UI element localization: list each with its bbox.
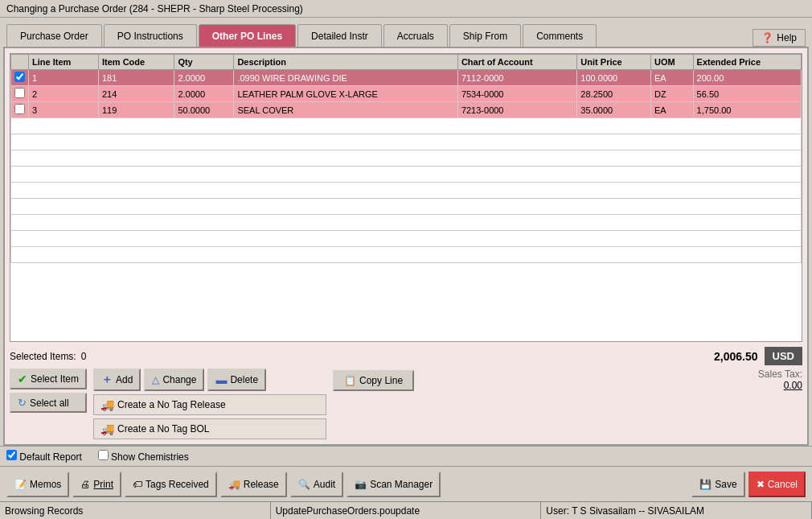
row-uom: DZ [650,86,693,102]
table-row-empty [11,167,802,183]
tab-detailed-instr[interactable]: Detailed Instr [297,24,382,47]
table-row[interactable]: 1 181 2.0000 .0990 WIRE DRAWING DIE 7112… [11,70,802,86]
bottom-toolbar: 📝 Memos 🖨 Print 🏷 Tags Received 🚚 Releas… [0,466,812,501]
table-row-empty [11,247,802,263]
scan-icon: 📷 [355,479,367,490]
show-chemistries-check[interactable]: Show Chemistries [98,450,189,463]
row-qty: 2.0000 [174,86,234,102]
change-button[interactable]: △ Change [144,369,204,391]
truck-icon: 🚚 [100,398,114,411]
col-checkbox [11,55,29,70]
memos-icon: 📝 [14,479,27,490]
tab-comments[interactable]: Comments [523,24,597,47]
row-unit-price: 28.2500 [577,86,651,102]
cancel-button[interactable]: ✖ Cancel [748,472,806,497]
col-line-item: Line Item [29,55,99,70]
currency-badge: USD [765,347,802,365]
status-left: Browsing Records [0,502,271,519]
title-bar: Changing a Purchase Order (284 - SHEPR -… [0,0,812,18]
row-checkbox[interactable] [11,102,29,118]
sales-tax-label: Sales Tax: [758,369,802,380]
scan-manager-button[interactable]: 📷 Scan Manager [347,472,441,497]
default-report-checkbox[interactable] [6,450,17,460]
tab-purchase-order[interactable]: Purchase Order [6,24,102,47]
buttons-row: ✔ Select Item ↻ Select all ＋ Add [10,369,802,439]
help-icon: ❓ [761,32,773,43]
status-bar: Browsing Records UpdatePurchaseOrders.po… [0,501,812,519]
table-row-empty [11,150,802,167]
col-item-code: Item Code [98,55,174,70]
col-description: Description [234,55,457,70]
po-lines-table: Line Item Item Code Qty Description Char… [10,54,802,263]
delete-button[interactable]: ▬ Delete [207,369,266,391]
right-info: Sales Tax: 0.00 [758,369,802,391]
tag-icon: 🏷 [133,479,142,490]
row-checkbox[interactable] [11,86,29,102]
create-no-tag-bol-button[interactable]: 🚚 Create a No Tag BOL [93,418,326,439]
sales-tax-section: Sales Tax: 0.00 [758,369,802,391]
selected-items-count: 0 [81,351,87,362]
selected-items-row: Selected Items: 0 2,006.50 USD [10,347,802,365]
add-button[interactable]: ＋ Add [93,369,141,391]
row-checkbox[interactable] [11,70,29,86]
row-description: .0990 WIRE DRAWING DIE [234,70,457,86]
row-item-code: 214 [98,86,174,102]
status-right: User: T S Sivasailam -- SIVASAILAM [541,502,812,519]
table-row-empty [11,118,802,134]
create-no-tag-release-button[interactable]: 🚚 Create a No Tag Release [93,394,326,415]
tab-accruals[interactable]: Accruals [383,24,448,47]
truck-icon-bol: 🚚 [100,422,114,435]
top-center-buttons: ＋ Add △ Change ▬ Delete [93,369,326,391]
table-row[interactable]: 2 214 2.0000 LEATHER PALM GLOVE X-LARGE … [11,86,802,102]
tab-po-instructions[interactable]: PO Instructions [104,24,197,47]
tab-other-po-lines[interactable]: Other PO Lines [199,24,296,47]
release-button[interactable]: 🚚 Release [220,472,287,497]
refresh-icon: ↻ [18,397,27,409]
change-icon: △ [152,374,159,385]
center-buttons: ＋ Add △ Change ▬ Delete 🚚 [93,369,326,439]
minus-icon: ▬ [215,373,227,386]
tab-bar: Purchase Order PO Instructions Other PO … [0,18,812,47]
row-unit-price: 100.0000 [577,70,651,86]
audit-button[interactable]: 🔍 Audit [290,472,343,497]
release-icon: 🚚 [228,479,240,490]
row-line-item: 2 [29,86,99,102]
tags-received-button[interactable]: 🏷 Tags Received [125,472,217,497]
select-all-button[interactable]: ↻ Select all [10,393,87,413]
col-extended-price: Extended Price [693,55,801,70]
table-row-empty [11,183,802,199]
audit-icon: 🔍 [298,479,310,490]
copy-line-button[interactable]: 📋 Copy Line [333,370,414,391]
select-item-button[interactable]: ✔ Select Item [10,369,87,389]
row-chart-of-account: 7112-0000 [457,70,576,86]
printer-icon: 🖨 [80,479,90,490]
row-chart-of-account: 7213-0000 [457,102,576,118]
col-qty: Qty [174,55,234,70]
help-button[interactable]: ❓ Help [753,29,806,47]
copy-icon: 📋 [344,375,356,386]
table-row[interactable]: 3 119 50.0000 SEAL COVER 7213-0000 35.00… [11,102,802,118]
memos-button[interactable]: 📝 Memos [6,472,69,497]
sales-tax-value: 0.00 [784,380,802,391]
col-uom: UOM [650,55,693,70]
save-button[interactable]: 💾 Save [691,472,744,497]
total-amount: 2,006.50 [714,350,758,363]
table-row-empty [11,134,802,150]
row-ext-price: 56.50 [693,86,801,102]
row-qty: 50.0000 [174,102,234,118]
save-icon: 💾 [699,479,712,490]
row-uom: EA [650,102,693,118]
show-chemistries-checkbox[interactable] [98,450,109,460]
tab-ship-from[interactable]: Ship From [449,24,521,47]
table-container: Line Item Item Code Qty Description Char… [10,53,802,342]
row-qty: 2.0000 [174,70,234,86]
row-line-item: 1 [29,70,99,86]
print-button[interactable]: 🖨 Print [72,472,121,497]
table-row-empty [11,215,802,231]
plus-icon: ＋ [101,373,113,387]
col-chart-of-account: Chart of Account [457,55,576,70]
default-report-check[interactable]: Default Report [6,450,82,463]
footer-checks: Default Report Show Chemistries [0,446,812,466]
content-area: Line Item Item Code Qty Description Char… [3,47,809,446]
row-item-code: 119 [98,102,174,118]
